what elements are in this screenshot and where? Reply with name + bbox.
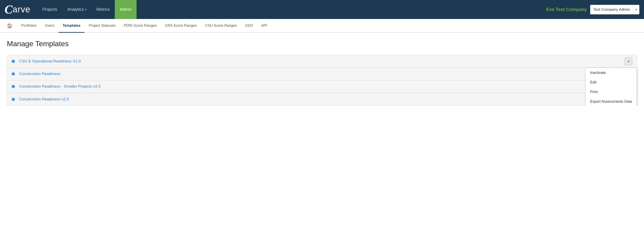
nav-projects[interactable]: Projects [37, 0, 62, 19]
user-name: Test Company Admin [590, 7, 633, 12]
company-name[interactable]: Eve Test Company [546, 7, 587, 12]
subnav-sso[interactable]: SSO [241, 19, 257, 33]
home-icon[interactable]: 🏠 [4, 19, 15, 32]
template-name-3[interactable]: Construction Readiness - Smaller Project… [19, 84, 624, 89]
top-nav: C arve Projects Analytics ▾ Metrics Admi… [0, 0, 644, 19]
subnav-api[interactable]: API [257, 19, 271, 33]
page-title: Manage Templates [7, 39, 637, 48]
user-dropdown[interactable]: Test Company Admin ▾ [590, 5, 640, 14]
table-row: Construction Readiness v2.0 ▾ [7, 93, 637, 105]
logo-c-letter: C [4, 4, 12, 15]
subnav-portfolios[interactable]: Portfolios [17, 19, 41, 33]
subnav-templates[interactable]: Templates [58, 19, 84, 33]
subnav-cra-score-ranges[interactable]: CRA Score Ranges [161, 19, 201, 33]
logo[interactable]: C arve [4, 4, 30, 15]
dropdown-inactivate[interactable]: Inactivate [586, 68, 637, 78]
template-active-dot [12, 72, 15, 75]
template-list: CSU & Operational Readiness V1.0 ▾ Inact… [7, 55, 637, 106]
dropdown-export[interactable]: Export Assessments Data [586, 97, 637, 106]
template-active-dot [12, 60, 15, 63]
subnav-users[interactable]: Users [41, 19, 59, 33]
subnav-pdri-score-ranges[interactable]: PDRI Score Ranges [120, 19, 161, 33]
template-name-1[interactable]: CSU & Operational Readiness V1.0 [19, 59, 624, 64]
nav-links: Projects Analytics ▾ Metrics Admin [37, 0, 546, 19]
template-active-dot [12, 98, 15, 101]
main-content: Manage Templates CSU & Operational Readi… [0, 33, 644, 106]
table-row: Construction Readiness ▾ [7, 68, 637, 80]
sub-nav: 🏠 Portfolios Users Templates Project Sta… [0, 19, 644, 33]
analytics-dropdown-arrow: ▾ [85, 8, 86, 11]
dropdown-edit[interactable]: Edit [586, 78, 637, 87]
table-row: Construction Readiness - Smaller Project… [7, 80, 637, 93]
nav-metrics[interactable]: Metrics [92, 0, 115, 19]
template-action-button-1[interactable]: ▾ [624, 57, 632, 65]
logo-arve-text: arve [12, 4, 30, 14]
template-name-4[interactable]: Construction Readiness v2.0 [19, 97, 624, 102]
subnav-project-statuses[interactable]: Project Statuses [84, 19, 120, 33]
table-row: CSU & Operational Readiness V1.0 ▾ Inact… [7, 55, 637, 68]
template-active-dot [12, 85, 15, 88]
dropdown-print[interactable]: Print [586, 87, 637, 97]
user-dropdown-arrow[interactable]: ▾ [633, 5, 639, 14]
template-name-2[interactable]: Construction Readiness [19, 72, 624, 76]
template-dropdown-menu: Inactivate Edit Print Export Assessments… [585, 68, 637, 106]
nav-analytics[interactable]: Analytics ▾ [62, 0, 92, 19]
nav-admin[interactable]: Admin [115, 0, 136, 19]
subnav-csu-score-ranges[interactable]: CSU Score Ranges [201, 19, 241, 33]
nav-right: Eve Test Company Test Company Admin ▾ [546, 5, 640, 14]
